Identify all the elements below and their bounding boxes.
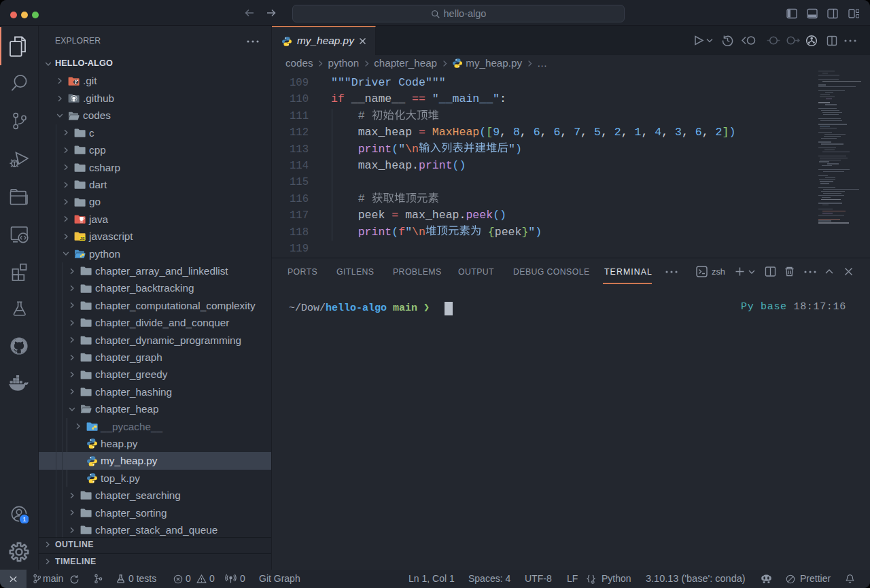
svg-text:1: 1 (22, 515, 26, 523)
svg-text:JS: JS (80, 237, 84, 241)
